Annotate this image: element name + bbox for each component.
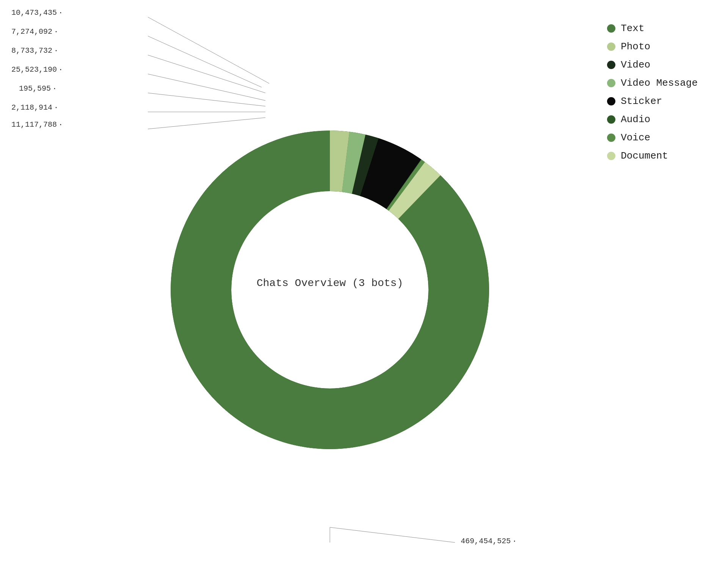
legend-item-text: Text <box>607 23 698 34</box>
chart-container: Chats Overview (3 bots) Text Photo Video… <box>0 0 728 566</box>
chart-center-title: Chats Overview (3 bots) <box>257 277 403 289</box>
annotation-5: 195,595 <box>19 84 57 93</box>
legend-label-sticker: Sticker <box>621 96 662 107</box>
annotation-7: 11,117,788 <box>11 120 63 129</box>
legend-label-voice: Voice <box>621 132 650 143</box>
legend-item-audio: Audio <box>607 114 698 125</box>
legend-dot-voice <box>607 134 615 142</box>
svg-line-2 <box>148 55 265 93</box>
legend-dot-document <box>607 152 615 160</box>
legend-dot-video <box>607 61 615 69</box>
donut-chart: Chats Overview (3 bots) <box>159 119 500 461</box>
legend-dot-audio <box>607 115 615 124</box>
legend-label-videomsg: Video Message <box>621 77 698 89</box>
legend-label-document: Document <box>621 150 668 162</box>
svg-line-1 <box>148 36 262 87</box>
legend: Text Photo Video Video Message Sticker A… <box>607 23 698 168</box>
legend-dot-sticker <box>607 97 615 105</box>
annotation-8: 469,454,525 <box>461 537 517 546</box>
legend-item-sticker: Sticker <box>607 96 698 107</box>
legend-dot-videomsg <box>607 79 615 87</box>
legend-label-audio: Audio <box>621 114 650 125</box>
legend-item-voice: Voice <box>607 132 698 143</box>
legend-dot-photo <box>607 42 615 51</box>
svg-line-3 <box>148 74 265 101</box>
legend-label-video: Video <box>621 59 650 71</box>
legend-item-photo: Photo <box>607 41 698 52</box>
svg-line-7 <box>330 527 455 542</box>
legend-item-videomsg: Video Message <box>607 77 698 89</box>
annotation-2: 7,274,092 <box>11 27 58 36</box>
legend-label-text: Text <box>621 23 644 34</box>
legend-dot-text <box>607 24 615 33</box>
annotation-4: 25,523,190 <box>11 65 63 74</box>
svg-line-4 <box>148 93 265 106</box>
annotation-3: 8,733,732 <box>11 46 58 55</box>
annotation-6: 2,118,914 <box>11 103 58 112</box>
legend-item-video: Video <box>607 59 698 71</box>
legend-item-document: Document <box>607 150 698 162</box>
svg-line-0 <box>148 17 269 83</box>
legend-label-photo: Photo <box>621 41 650 52</box>
annotation-1: 10,473,435 <box>11 8 63 17</box>
